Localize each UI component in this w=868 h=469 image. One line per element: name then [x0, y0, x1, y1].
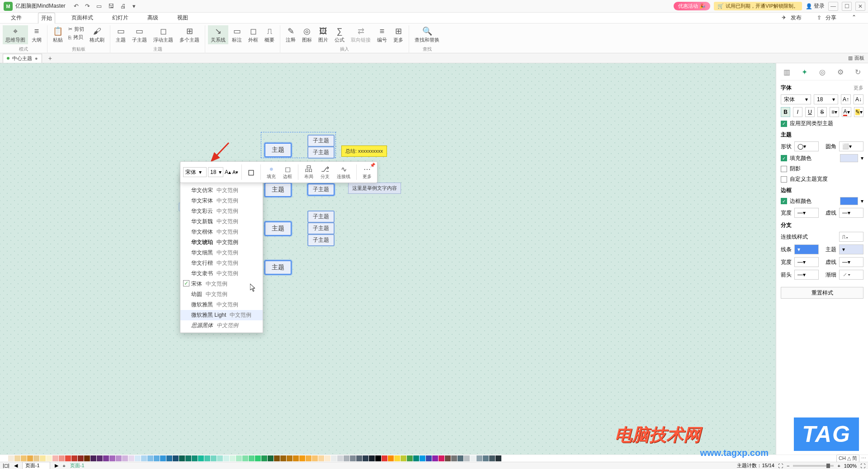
palette-color[interactable]	[306, 455, 311, 461]
palette-color[interactable]	[312, 455, 318, 461]
palette-color[interactable]	[458, 455, 463, 461]
share-link[interactable]: ⇪ 分享	[814, 13, 842, 23]
palette-color[interactable]	[223, 455, 229, 461]
palette-color[interactable]	[78, 455, 84, 461]
shadow-checkbox[interactable]	[781, 166, 787, 172]
panel-font-increase[interactable]: A↑	[841, 94, 851, 104]
float-topic-button[interactable]: ◻浮动主题	[151, 25, 176, 44]
print-icon[interactable]: 🖨	[120, 3, 126, 9]
custom-width-checkbox[interactable]	[781, 176, 787, 183]
palette-color[interactable]	[432, 455, 438, 461]
palette-color[interactable]	[46, 455, 52, 461]
mindmap-mode-button[interactable]: ⌖思维导图	[3, 25, 28, 44]
topic-node-3[interactable]: 主题	[264, 221, 292, 236]
palette-color[interactable]	[255, 455, 261, 461]
font-option[interactable]: 华文隶书中文范例	[180, 268, 263, 279]
palette-color[interactable]	[337, 455, 343, 461]
subtopic-node[interactable]: 子主题	[307, 222, 335, 234]
palette-color[interactable]	[407, 455, 413, 461]
outline-mode-button[interactable]: ≡大纲	[29, 25, 44, 44]
subtopic-button[interactable]: ▭子主题	[129, 25, 150, 44]
find-replace-button[interactable]: 🔍查找和替换	[412, 25, 442, 44]
menu-advanced[interactable]: 高级	[145, 13, 161, 23]
panel-size-select[interactable]: 18▾	[814, 94, 838, 104]
fill-button[interactable]: ●填充	[264, 164, 278, 181]
palette-color[interactable]	[356, 455, 362, 461]
fill-color-swatch[interactable]	[840, 154, 858, 162]
fit-page-icon[interactable]: ⛶	[778, 463, 783, 469]
zoom-slider[interactable]	[793, 465, 834, 467]
font-decrease-button[interactable]: A▾	[232, 169, 238, 175]
boundary-button[interactable]: ◻外框	[245, 25, 261, 44]
palette-color[interactable]	[173, 455, 179, 461]
palette-color[interactable]	[59, 455, 65, 461]
topic-node-1[interactable]: 主题	[264, 143, 292, 157]
format-painter-button[interactable]: 🖌格式刷	[87, 25, 107, 44]
palette-color[interactable]	[71, 455, 77, 461]
float-pin-icon[interactable]: 📌	[370, 163, 375, 168]
palette-color[interactable]	[147, 455, 153, 461]
align-button[interactable]: ≡▾	[830, 107, 839, 117]
add-page-icon[interactable]: +	[63, 463, 66, 469]
formula-button[interactable]: ∑公式	[332, 25, 347, 44]
prev-page-icon[interactable]: ◀	[14, 463, 18, 469]
page-select[interactable]: 页面-1	[22, 462, 50, 469]
palette-color[interactable]	[388, 455, 394, 461]
palette-color[interactable]	[14, 455, 20, 461]
font-family-select[interactable]: 宋体▾	[183, 167, 207, 177]
palette-color[interactable]	[97, 455, 103, 461]
new-doc-icon[interactable]: ▭	[96, 3, 102, 9]
palette-color[interactable]	[33, 455, 39, 461]
palette-color[interactable]	[128, 455, 134, 461]
canvas[interactable]: 主题 子主题 子主题 总结: xxxxxxxxxx 主题 子主题 这里是举例文字…	[0, 63, 776, 455]
font-more-link[interactable]: 更多	[854, 84, 863, 91]
palette-color[interactable]	[236, 455, 242, 461]
panel-tab-style[interactable]: ✦	[802, 68, 807, 76]
note-button[interactable]: ✎注释	[283, 25, 298, 44]
more-insert-button[interactable]: ⊞更多	[391, 25, 406, 44]
promo-button[interactable]: 优惠活动 🎉	[674, 2, 710, 10]
callout-button[interactable]: ▭标注	[229, 25, 245, 44]
border-width-select[interactable]: —▾	[794, 208, 819, 218]
palette-color[interactable]	[344, 455, 349, 461]
palette-color[interactable]	[40, 455, 46, 461]
palette-color[interactable]	[116, 455, 122, 461]
palette-color[interactable]	[476, 455, 482, 461]
palette-color[interactable]	[350, 455, 356, 461]
palette-color[interactable]	[84, 455, 90, 461]
palette-color[interactable]	[2, 455, 8, 461]
panel-tab-page[interactable]: ▥	[783, 68, 790, 76]
palette-color[interactable]	[141, 455, 147, 461]
panel-tab-history[interactable]: ↻	[855, 68, 861, 76]
branch-dash-select[interactable]: —▾	[839, 257, 863, 267]
strike-button[interactable]: S	[817, 107, 827, 117]
topic-button[interactable]: ▭主题	[113, 25, 128, 44]
example-callout[interactable]: 这里是举例文字内容	[348, 183, 401, 194]
font-option[interactable]: 华文琥珀中文范例	[180, 237, 263, 248]
palette-color[interactable]	[179, 455, 185, 461]
menu-start[interactable]: 开始	[38, 13, 55, 24]
palette-color[interactable]	[483, 455, 489, 461]
palette-color[interactable]	[382, 455, 387, 461]
font-option[interactable]: 思源黑体中文范例	[180, 320, 263, 331]
panel-font-decrease[interactable]: A↓	[854, 94, 863, 104]
connector-button[interactable]: ∿连接线	[334, 164, 353, 181]
palette-color[interactable]	[8, 455, 14, 461]
palette-color[interactable]	[369, 455, 375, 461]
font-size-select[interactable]: 18▾	[208, 167, 223, 177]
bilink-button[interactable]: ⇄双向链接	[348, 25, 373, 44]
font-option[interactable]: 微软雅黑中文范例	[180, 300, 263, 310]
corner-select[interactable]: ⬜▾	[839, 141, 863, 151]
palette-color[interactable]	[426, 455, 432, 461]
save-icon[interactable]: 🖫	[108, 3, 114, 9]
branch-button[interactable]: ⎇分支	[318, 164, 332, 181]
[interactable]: —	[828, 2, 838, 11]
palette-color[interactable]	[185, 455, 191, 461]
palette-color[interactable]	[122, 455, 128, 461]
cut-button[interactable]: ✂ 剪切	[66, 25, 86, 33]
palette-color[interactable]	[204, 455, 210, 461]
palette-color[interactable]	[103, 455, 109, 461]
palette-color[interactable]	[192, 455, 198, 461]
palette-color[interactable]	[287, 455, 292, 461]
palette-color[interactable]	[52, 455, 58, 461]
